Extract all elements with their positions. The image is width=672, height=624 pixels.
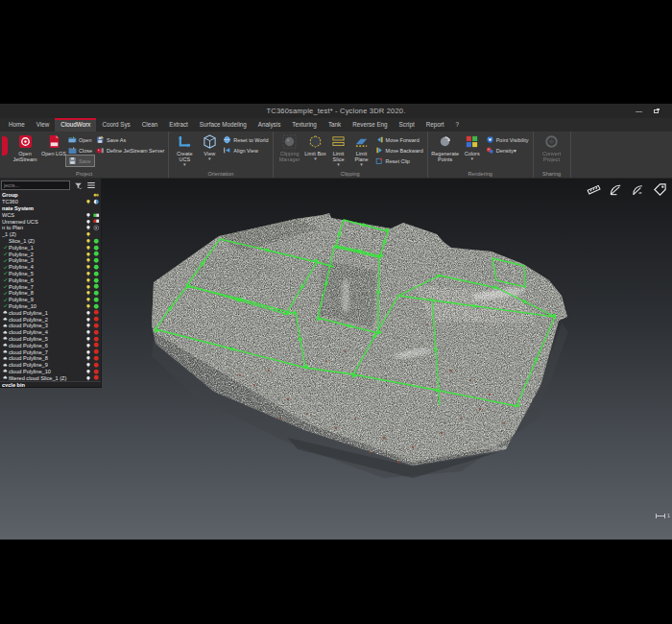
tree-item-cloud-polyline-5[interactable]: cloud Polyline_5 xyxy=(0,336,101,343)
red-status-icon[interactable] xyxy=(92,342,101,348)
tab-analysis[interactable]: Analysis xyxy=(252,118,286,132)
tree-item-polyline-7[interactable]: Polyline_7 xyxy=(0,283,101,290)
visibility-bulb-icon[interactable] xyxy=(84,199,92,204)
colors-button[interactable]: Colors▾ xyxy=(461,132,484,169)
open-button[interactable]: Open xyxy=(66,134,94,145)
limit-box-button[interactable]: Limit Box▾ xyxy=(304,132,327,169)
measure-distance-icon[interactable] xyxy=(586,181,602,198)
visibility-bulb-icon[interactable] xyxy=(84,245,92,251)
tab-tank[interactable]: Tank xyxy=(323,118,347,132)
menu-icon[interactable] xyxy=(86,180,96,190)
open-lgs-button[interactable]: Open LGS xyxy=(41,132,66,169)
tab-script[interactable]: Script xyxy=(394,118,420,132)
tree-item-cloud-polyline-2[interactable]: cloud Polyline_2 xyxy=(0,316,101,323)
tab-view[interactable]: View xyxy=(31,118,56,132)
tab-reverse-eng[interactable]: Reverse Eng xyxy=(347,118,393,132)
green-status-icon[interactable] xyxy=(92,264,101,271)
tree-item-polyline-9[interactable]: Polyline_9 xyxy=(0,297,101,303)
green-status-icon[interactable] xyxy=(92,283,101,290)
reset-to-world-button[interactable]: Reset to World xyxy=(221,134,270,145)
tab-clean[interactable]: Clean xyxy=(136,118,163,132)
visibility-bulb-icon[interactable] xyxy=(84,310,92,316)
red-status-icon[interactable] xyxy=(92,309,101,316)
green-status-icon[interactable] xyxy=(92,257,101,264)
green-status-icon[interactable] xyxy=(92,297,101,303)
tree-item-polyline-8[interactable]: Polyline_8 xyxy=(0,290,101,297)
visibility-bulb-icon[interactable] xyxy=(84,219,92,225)
tab-home[interactable]: Home xyxy=(3,118,31,132)
tree-item-cloud-polyline-1[interactable]: cloud Polyline_1 xyxy=(0,309,101,316)
green-status-icon[interactable] xyxy=(92,245,101,252)
tab-coord-sys[interactable]: Coord Sys xyxy=(96,118,135,132)
measure-angle-icon[interactable] xyxy=(608,181,624,198)
density-button[interactable]: Density ▾ xyxy=(484,145,531,156)
visibility-bulb-icon[interactable] xyxy=(84,317,92,323)
visibility-bulb-icon[interactable] xyxy=(84,329,92,335)
tab--[interactable]: ? xyxy=(450,118,466,132)
restore-button[interactable] xyxy=(650,107,662,116)
visibility-bulb-icon[interactable] xyxy=(84,231,92,237)
tree-item-polyline-5[interactable]: Polyline_5 xyxy=(0,271,101,277)
clipping-manager-button[interactable]: Clipping Manager xyxy=(276,132,304,169)
play-status-icon[interactable] xyxy=(92,225,101,231)
red-status-icon[interactable] xyxy=(92,329,101,336)
visibility-bulb-icon[interactable] xyxy=(84,271,92,276)
green-status-icon[interactable] xyxy=(92,238,101,245)
define-jetstream-server-button[interactable]: Define JetStream Server xyxy=(94,145,166,156)
tree-item-cycle-bin[interactable]: cycle bin xyxy=(0,381,101,387)
tree-item-polyline-4[interactable]: Polyline_4 xyxy=(0,264,101,271)
red-status-icon[interactable] xyxy=(92,369,101,375)
minimize-button[interactable]: — xyxy=(633,107,645,116)
tree-item-cloud-polyline-6[interactable]: cloud Polyline_6 xyxy=(0,342,101,348)
tab-cloudworx[interactable]: CloudWorx xyxy=(55,118,96,132)
move-forward-button[interactable]: Move Forward xyxy=(373,134,425,145)
open-jetstream-button[interactable]: Open JetStream xyxy=(9,132,41,169)
tree-item-tc360[interactable]: TC360 xyxy=(0,199,101,205)
tree-item-cloud-polyline-4[interactable]: cloud Polyline_4 xyxy=(0,329,101,336)
tree-item-filtered-cloud-slice-1-z-[interactable]: filtered cloud Slice_1 (Z) xyxy=(0,374,101,381)
save-as-button[interactable]: Save As xyxy=(94,134,166,145)
visibility-bulb-icon[interactable] xyxy=(84,264,92,270)
visibility-bulb-icon[interactable] xyxy=(84,369,92,374)
reset-clip-button[interactable]: Reset Clip xyxy=(373,156,425,166)
tree-item-cloud-polyline-9[interactable]: cloud Polyline_9 xyxy=(0,362,101,369)
search-input[interactable] xyxy=(1,180,70,190)
visibility-bulb-icon[interactable] xyxy=(84,290,92,296)
tab-report[interactable]: Report xyxy=(420,118,450,132)
red-status-icon[interactable] xyxy=(92,323,101,329)
red-status-icon[interactable] xyxy=(92,355,101,362)
tab-texturing[interactable]: Texturing xyxy=(286,118,323,132)
visibility-bulb-icon[interactable] xyxy=(84,277,92,283)
visibility-bulb-icon[interactable] xyxy=(84,297,92,302)
visibility-bulb-icon[interactable] xyxy=(84,284,92,290)
visibility-bulb-icon[interactable] xyxy=(84,343,92,348)
save-button[interactable]: Save xyxy=(66,156,94,166)
toggle-green-status-icon[interactable] xyxy=(92,212,101,219)
tree-item-polyline-1[interactable]: Polyline_1 xyxy=(0,244,101,251)
red-status-icon[interactable] xyxy=(92,362,101,369)
tree-item-wcs[interactable]: WCS xyxy=(0,211,101,218)
green-status-icon[interactable] xyxy=(92,271,101,277)
tree-item-polyline-3[interactable]: Polyline_3 xyxy=(0,257,101,264)
visibility-bulb-icon[interactable] xyxy=(84,323,92,328)
tree-item-polyline-10[interactable]: Polyline_10 xyxy=(0,303,101,310)
visibility-bulb-icon[interactable] xyxy=(84,362,92,368)
create-ucs-button[interactable]: Create UCS▾ xyxy=(171,132,198,169)
green-status-icon[interactable] xyxy=(92,251,101,257)
red-status-icon[interactable] xyxy=(92,374,101,381)
tree-item-n-to-plan[interactable]: n to Plan xyxy=(0,225,101,231)
limit-plane-button[interactable]: Limit Plane▾ xyxy=(350,132,373,169)
half-status-icon[interactable] xyxy=(92,199,101,205)
tree-item-polyline-2[interactable]: Polyline_2 xyxy=(0,251,101,257)
visibility-bulb-icon[interactable] xyxy=(84,303,92,309)
align-view-button[interactable]: Align View xyxy=(221,145,270,156)
red-status-icon[interactable] xyxy=(92,316,101,323)
view-button[interactable]: View▾ xyxy=(198,132,221,169)
toggle-red-status-icon[interactable] xyxy=(92,218,101,225)
tree-item-cloud-polyline-7[interactable]: cloud Polyline_7 xyxy=(0,348,101,355)
tree-item-polyline-6[interactable]: Polyline_6 xyxy=(0,276,101,283)
tab-surface-modeling[interactable]: Surface Modeling xyxy=(194,118,252,132)
visibility-bulb-icon[interactable] xyxy=(84,212,92,218)
red-status-icon[interactable] xyxy=(92,348,101,355)
pair-status-icon[interactable] xyxy=(92,192,101,199)
